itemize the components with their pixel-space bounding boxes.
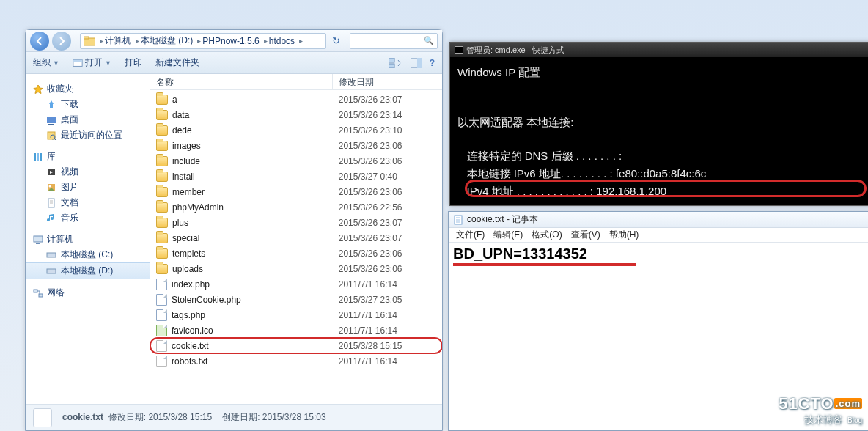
folder-icon: [156, 95, 168, 105]
svg-rect-4: [389, 58, 394, 62]
computer-header[interactable]: 计算机: [26, 232, 150, 247]
folder-icon: [156, 125, 168, 136]
navigation-pane: 收藏夹 下载桌面最近访问的位置 库 视频图片文档音乐 计算机 本地磁盘 (C:)…: [26, 74, 150, 404]
php-file-icon: [156, 309, 167, 321]
column-name-header[interactable]: 名称: [150, 74, 333, 89]
explorer-toolbar: 组织 ▼ 打开 ▼ 打印 新建文件夹 ?: [26, 52, 442, 74]
svg-rect-14: [34, 153, 36, 161]
nav-library-item[interactable]: 图片: [26, 180, 150, 195]
open-menu[interactable]: 打开 ▼: [73, 56, 111, 69]
svg-rect-5: [389, 64, 394, 68]
svg-line-13: [54, 139, 56, 140]
help-button[interactable]: ?: [430, 58, 435, 68]
status-bar: cookie.txt 修改日期: 2015/3/28 15:15 创建日期: 2…: [26, 404, 442, 430]
folder-icon: [156, 233, 168, 243]
notepad-menu-item[interactable]: 编辑(E): [490, 228, 526, 242]
column-date-header[interactable]: 修改日期: [333, 74, 442, 89]
file-row[interactable]: phpMyAdmin2015/3/26 22:56: [150, 199, 442, 215]
folder-icon: [156, 172, 168, 182]
nav-drive-item[interactable]: 本地磁盘 (D:): [26, 262, 150, 279]
folder-icon: [156, 202, 168, 213]
search-box[interactable]: 🔍: [350, 33, 438, 49]
file-row[interactable]: special2015/3/26 23:07: [150, 230, 442, 246]
file-row[interactable]: a2015/3/26 23:07: [150, 92, 442, 107]
refresh-button[interactable]: ↻: [329, 35, 342, 46]
svg-rect-1: [84, 37, 89, 39]
cmd-output: Windows IP 配置 以太网适配器 本地连接: 连接特定的 DNS 后缀 …: [450, 57, 868, 207]
status-thumbnail-icon: [33, 408, 52, 427]
file-row[interactable]: tags.php2011/7/1 16:14: [150, 307, 442, 323]
file-row[interactable]: uploads2015/3/26 23:06: [150, 261, 442, 276]
notepad-menu-item[interactable]: 查看(V): [568, 228, 603, 242]
svg-rect-31: [34, 290, 37, 292]
svg-rect-10: [48, 124, 54, 125]
notepad-icon: [453, 215, 463, 225]
notepad-menu-item[interactable]: 格式(O): [529, 228, 564, 242]
file-row[interactable]: install2015/3/27 0:40: [150, 169, 442, 184]
file-row[interactable]: dede2015/3/26 23:10: [150, 122, 442, 138]
file-row[interactable]: index.php2011/7/1 16:14: [150, 276, 442, 292]
php-file-icon: [156, 294, 167, 306]
file-row[interactable]: member2015/3/26 23:06: [150, 184, 442, 199]
breadcrumb[interactable]: ▸htdocs: [264, 36, 295, 46]
svg-rect-30: [48, 273, 51, 273]
library-header[interactable]: 库: [26, 149, 150, 164]
svg-rect-15: [37, 153, 39, 161]
forward-button[interactable]: [52, 32, 71, 51]
svg-rect-3: [73, 59, 82, 62]
nav-library-item[interactable]: 文档: [26, 195, 150, 210]
cmd-window: 管理员: cmd.exe - 快捷方式 Windows IP 配置 以太网适配器…: [449, 42, 868, 206]
view-button[interactable]: [389, 58, 403, 68]
svg-rect-16: [40, 153, 42, 161]
svg-rect-9: [47, 117, 56, 123]
svg-rect-26: [36, 243, 40, 244]
folder-icon: [156, 187, 168, 197]
file-row[interactable]: plus2015/3/26 23:07: [150, 215, 442, 230]
breadcrumb[interactable]: ▸PHPnow-1.5.6: [197, 36, 259, 46]
txt-file-icon: [156, 356, 167, 367]
notepad-menu-item[interactable]: 文件(F): [453, 228, 488, 242]
cmd-titlebar[interactable]: 管理员: cmd.exe - 快捷方式: [450, 43, 868, 57]
svg-rect-7: [417, 58, 422, 68]
file-row[interactable]: include2015/3/26 23:06: [150, 153, 442, 169]
notepad-content[interactable]: BD_UPN=13314352: [453, 246, 587, 262]
organize-menu[interactable]: 组织 ▼: [33, 56, 59, 69]
notepad-menu-item[interactable]: 帮助(H): [606, 228, 642, 242]
cmd-icon: [455, 46, 463, 54]
file-row[interactable]: robots.txt2011/7/1 16:14: [150, 353, 442, 369]
file-row[interactable]: templets2015/3/26 23:06: [150, 246, 442, 261]
svg-rect-28: [48, 257, 51, 257]
address-bar[interactable]: ▸计算机▸本地磁盘 (D:)▸PHPnow-1.5.6▸htdocs▸: [80, 33, 326, 49]
file-row[interactable]: images2015/3/26 23:06: [150, 138, 442, 153]
nav-favorite-item[interactable]: 下载: [26, 97, 150, 112]
file-row[interactable]: favicon.ico2011/7/1 16:14: [150, 323, 442, 338]
folder-icon: [156, 141, 168, 151]
folder-icon: [156, 248, 168, 259]
explorer-window: ▸计算机▸本地磁盘 (D:)▸PHPnow-1.5.6▸htdocs▸ ↻ 🔍 …: [25, 29, 443, 431]
nav-drive-item[interactable]: 本地磁盘 (C:): [26, 247, 150, 262]
favorites-header[interactable]: 收藏夹: [26, 81, 150, 97]
nav-library-item[interactable]: 音乐: [26, 210, 150, 226]
preview-pane-button[interactable]: [411, 58, 422, 68]
network-header[interactable]: 网络: [26, 285, 150, 301]
svg-point-20: [49, 185, 51, 187]
folder-icon: [84, 36, 95, 46]
breadcrumb[interactable]: ▸计算机: [100, 34, 131, 47]
back-button[interactable]: [30, 32, 49, 51]
breadcrumb[interactable]: ▸本地磁盘 (D:): [136, 34, 193, 47]
new-folder-button[interactable]: 新建文件夹: [155, 56, 199, 69]
file-list: 名称 修改日期 a2015/3/26 23:07data2015/3/26 23…: [150, 74, 442, 404]
svg-rect-8: [50, 104, 53, 108]
print-button[interactable]: 打印: [125, 56, 142, 69]
file-row[interactable]: StolenCookie.php2015/3/27 23:05: [150, 292, 442, 307]
folder-icon: [156, 218, 168, 228]
file-row[interactable]: data2015/3/26 23:14: [150, 107, 442, 122]
notepad-titlebar[interactable]: cookie.txt - 记事本: [449, 212, 868, 228]
nav-library-item[interactable]: 视频: [26, 164, 150, 180]
nav-favorite-item[interactable]: 桌面: [26, 112, 150, 128]
ico-file-icon: [156, 325, 167, 336]
file-row[interactable]: cookie.txt2015/3/28 15:15: [150, 338, 442, 353]
watermark: 51CTO.com 技术博客 Blog: [779, 394, 862, 427]
nav-favorite-item[interactable]: 最近访问的位置: [26, 128, 150, 143]
folder-icon: [156, 110, 168, 120]
